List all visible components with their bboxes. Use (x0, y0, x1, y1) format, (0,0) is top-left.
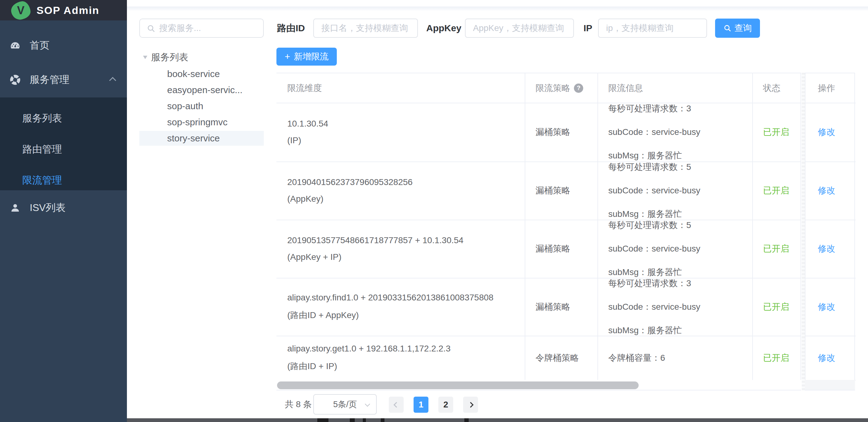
tree-item-sop-springmvc[interactable]: sop-springmvc (139, 115, 264, 130)
chevron-down-icon (365, 401, 370, 407)
info-line: subCode：service-busy (608, 243, 744, 255)
header-status: 状态 (763, 73, 780, 103)
sidebar: V SOP Admin 首页 服务管理 服务列表 路由管理 (0, 0, 127, 422)
tree-root-service-list[interactable]: 服务列表 (139, 50, 264, 64)
sidebar-item-home[interactable]: 首页 (0, 30, 127, 61)
ip-input[interactable] (598, 19, 707, 38)
info-line: 每秒可处理请求数：3 (608, 103, 744, 115)
info-line: subMsg：服务器忙 (608, 208, 744, 220)
header-divider (127, 6, 868, 10)
tree-item-label: story-service (167, 133, 220, 143)
tree-item-label: sop-auth (167, 101, 204, 111)
table-row-strategy: 漏桶策略 (535, 220, 591, 278)
logo-letter: V (17, 4, 25, 17)
limit-table: 限流维度 限流策略 ? 限流信息 状态 10.1.30.54 (IP) 漏桶策略… (276, 73, 801, 380)
sidebar-subitem-service-list[interactable]: 服务列表 (0, 103, 127, 134)
info-line: subCode：service-busy (608, 301, 744, 313)
status-badge: 已开启 (763, 243, 800, 255)
tree-item-easyopen-service[interactable]: easyopen-servic... (139, 83, 264, 97)
header-limit-strategy: 限流策略 ? (535, 73, 583, 103)
sidebar-subitem-limit-mgmt[interactable]: 限流管理 (0, 165, 127, 196)
submenu-label: 路由管理 (22, 142, 62, 156)
table-row-info: 每秒可处理请求数：3 subCode：service-busy subMsg：服… (608, 278, 744, 336)
table-row-info: 每秒可处理请求数：5 subCode：service-busy subMsg：服… (608, 162, 744, 220)
tree-root-label: 服务列表 (151, 51, 188, 64)
table-row-status: 已开启 (763, 220, 800, 278)
tree-item-story-service[interactable]: story-service (139, 131, 264, 146)
edit-link[interactable]: 修改 (818, 220, 835, 278)
sidebar-submenu: 服务列表 路由管理 限流管理 (0, 97, 127, 190)
table-row-dimension: alipay.story.get1.0 + 192.168.1.1,172.2.… (287, 336, 516, 380)
status-badge: 已开启 (763, 185, 800, 196)
edit-link[interactable]: 修改 (818, 103, 835, 162)
pagination-total: 共 8 条 (285, 395, 312, 414)
service-search-input[interactable] (159, 19, 261, 37)
bottom-edge-mark (350, 418, 355, 422)
table-row-status: 已开启 (763, 336, 800, 380)
bottom-window-edge (127, 418, 868, 422)
sidebar-item-service-mgmt[interactable]: 服务管理 (0, 64, 127, 95)
service-lifebuoy-icon (10, 74, 21, 85)
sidebar-item-label: 首页 (30, 39, 50, 52)
table-row-dimension: 20190401562373796095328256 (AppKey) (287, 162, 516, 220)
bottom-edge-mark (464, 418, 469, 422)
sidebar-subitem-route-mgmt[interactable]: 路由管理 (0, 134, 127, 165)
pagination-page-2[interactable]: 2 (438, 397, 453, 413)
edit-link[interactable]: 修改 (818, 336, 835, 380)
dimension-type: (IP) (287, 135, 516, 145)
scrollbar-thumb[interactable] (277, 382, 639, 389)
table-row-info: 每秒可处理请求数：3 subCode：service-busy subMsg：服… (608, 103, 744, 162)
edit-link[interactable]: 修改 (818, 278, 835, 336)
tree-item-book-service[interactable]: book-service (139, 67, 264, 82)
plus-icon: + (285, 51, 290, 62)
table-row-info: 每秒可处理请求数：5 subCode：service-busy subMsg：服… (608, 220, 744, 278)
appkey-label: AppKey (426, 19, 461, 38)
user-icon (10, 203, 21, 213)
edit-link[interactable]: 修改 (818, 162, 835, 220)
question-circle-icon[interactable]: ? (574, 84, 583, 93)
tree-item-sop-auth[interactable]: sop-auth (139, 99, 264, 113)
header-limit-dimension: 限流维度 (287, 73, 322, 103)
column-divider (597, 73, 598, 381)
table-row-strategy: 漏桶策略 (535, 103, 591, 162)
table-row-status: 已开启 (763, 278, 800, 336)
submenu-label: 限流管理 (22, 173, 62, 187)
pagination-page-1[interactable]: 1 (413, 397, 428, 413)
page-size-select[interactable]: 5条/页 (313, 394, 377, 415)
tree-item-label: easyopen-servic... (167, 85, 242, 95)
page-size-value: 5条/页 (333, 399, 357, 410)
search-icon (147, 24, 155, 33)
fixed-column-gap (802, 73, 805, 390)
table-row-dimension: 20190513577548661718777857 + 10.1.30.54 … (287, 220, 516, 278)
route-id-input[interactable] (313, 19, 418, 38)
bottom-edge-mark (363, 418, 366, 422)
table-horizontal-scrollbar (276, 380, 801, 390)
pagination-prev-button[interactable] (389, 397, 404, 413)
info-line: subCode：service-busy (608, 126, 744, 138)
header-action: 操作 (818, 73, 835, 103)
page: V SOP Admin 首页 服务管理 服务列表 路由管理 (0, 0, 868, 422)
dimension-type: (路由ID + AppKey) (287, 310, 516, 321)
submenu-label: 服务列表 (22, 112, 62, 125)
pagination-next-button[interactable] (463, 397, 478, 413)
table-row-strategy: 漏桶策略 (535, 278, 591, 336)
dimension-value: 10.1.30.54 (287, 119, 516, 129)
tree-item-label: book-service (167, 69, 220, 79)
caret-down-icon (143, 56, 147, 59)
chevron-up-icon (109, 77, 116, 84)
query-button[interactable]: 查询 (715, 19, 760, 38)
sidebar-item-isv[interactable]: ISV列表 (0, 192, 127, 223)
column-divider (525, 73, 525, 381)
add-limit-button[interactable]: + 新增限流 (276, 47, 337, 66)
dashboard-icon (10, 40, 21, 51)
header-label: 限流策略 (535, 82, 570, 94)
info-line: subMsg：服务器忙 (608, 266, 744, 278)
table-row-dimension: alipay.story.find1.0 + 20190331562013861… (287, 278, 516, 336)
status-badge: 已开启 (763, 126, 800, 138)
info-line: subCode：service-busy (608, 185, 744, 196)
appkey-input[interactable] (465, 19, 574, 38)
bottom-edge-mark (317, 418, 329, 422)
sidebar-item-label: ISV列表 (30, 201, 66, 215)
dimension-value: alipay.story.find1.0 + 20190331562013861… (287, 293, 516, 302)
table-row-strategy: 漏桶策略 (535, 162, 591, 220)
